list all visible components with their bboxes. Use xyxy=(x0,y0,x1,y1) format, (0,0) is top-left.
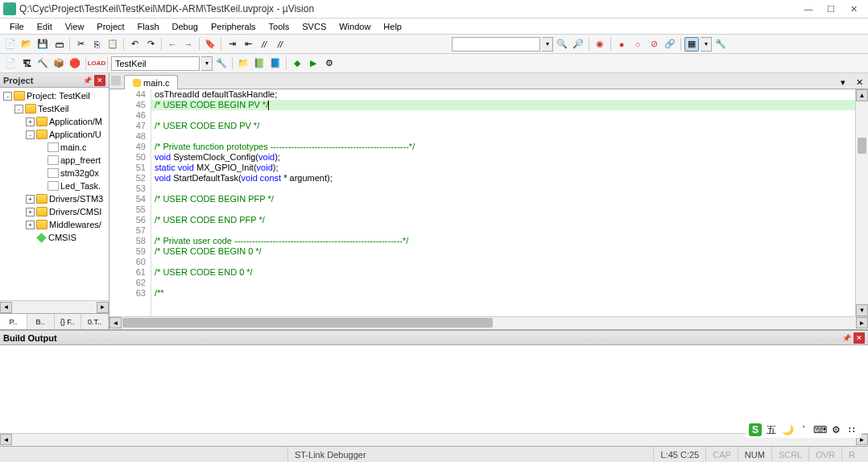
menu-peripherals[interactable]: Peripherals xyxy=(205,20,262,33)
run-icon[interactable]: ▶ xyxy=(306,56,320,71)
uncomment-icon[interactable]: // xyxy=(273,37,287,52)
debug-icon[interactable]: ◉ xyxy=(593,37,607,52)
save-all-icon[interactable]: 🗃 xyxy=(52,37,66,52)
redo-icon[interactable]: ↷ xyxy=(143,37,158,52)
code-line[interactable]: /* USER CODE BEGIN PFP */ xyxy=(151,194,855,204)
tree-toggle-icon[interactable]: - xyxy=(26,130,35,139)
tab-scroll-icon[interactable] xyxy=(111,76,121,85)
menu-window[interactable]: Window xyxy=(333,20,377,33)
code-line[interactable] xyxy=(151,184,855,194)
rebuild-icon[interactable]: 🔨 xyxy=(35,56,50,71)
scroll-right-icon[interactable]: ► xyxy=(97,302,109,313)
simulator-icon[interactable]: ⚙ xyxy=(322,56,337,71)
scroll-left-icon[interactable]: ◄ xyxy=(0,302,12,313)
code-line[interactable]: /* USER CODE BEGIN 0 */ xyxy=(151,246,855,257)
close-panel-icon[interactable]: ✕ xyxy=(854,332,865,344)
tree-target[interactable]: -TestKeil xyxy=(0,102,109,115)
tree-toggle-icon[interactable]: + xyxy=(26,208,35,217)
build-icon[interactable]: 🏗 xyxy=(19,56,34,71)
code-editor[interactable]: 4445464748495051525354555657585960616263… xyxy=(110,89,868,316)
disable-bp-icon[interactable]: ○ xyxy=(630,37,645,52)
menu-file[interactable]: File xyxy=(3,20,31,33)
scroll-thumb[interactable] xyxy=(858,138,866,154)
close-panel-icon[interactable]: ✕ xyxy=(94,75,105,86)
manage-rtenv-icon[interactable]: 📗 xyxy=(252,56,267,71)
menu-view[interactable]: View xyxy=(59,20,91,33)
breakpoint-icon[interactable]: ● xyxy=(614,37,629,52)
menu-svcs[interactable]: SVCS xyxy=(296,20,333,33)
back-icon[interactable]: ← xyxy=(165,37,180,52)
panel-tab[interactable]: P.. xyxy=(0,314,27,329)
menu-edit[interactable]: Edit xyxy=(31,20,59,33)
tree-group[interactable]: +Drivers/STM3 xyxy=(0,192,109,205)
ime-keyboard-icon[interactable]: ⌨ xyxy=(813,423,826,436)
scroll-left-icon[interactable]: ◄ xyxy=(0,434,12,445)
code-line[interactable]: static void MX_GPIO_Init(void); xyxy=(151,163,855,173)
outdent-icon[interactable]: ⇤ xyxy=(241,37,255,52)
pin-icon[interactable]: 📌 xyxy=(81,75,93,86)
configure-icon[interactable]: 🔧 xyxy=(713,37,728,52)
build-output-body[interactable] xyxy=(0,345,868,433)
code-line[interactable]: /** xyxy=(151,288,855,299)
file-tab-main-c[interactable]: main.c xyxy=(124,75,178,89)
copy-icon[interactable]: ⎘ xyxy=(89,37,104,52)
minimize-button[interactable]: — xyxy=(797,2,820,16)
code-line[interactable] xyxy=(151,110,855,121)
tree-file[interactable]: Led_Task. xyxy=(0,179,109,192)
code-line[interactable] xyxy=(151,131,855,142)
translate-icon[interactable]: 📄 xyxy=(3,56,18,71)
scroll-down-icon[interactable]: ▼ xyxy=(856,304,868,316)
scroll-up-icon[interactable]: ▲ xyxy=(856,89,868,101)
panel-tab[interactable]: B.. xyxy=(27,314,55,329)
window-dropdown-icon[interactable]: ▾ xyxy=(701,37,712,52)
project-tree[interactable]: -Project: TestKeil-TestKeil+Application/… xyxy=(0,88,109,300)
ime-mode-icon[interactable]: 五 xyxy=(765,423,778,436)
code-line[interactable]: /* USER CODE END 0 */ xyxy=(151,267,855,278)
comment-icon[interactable]: // xyxy=(257,37,271,52)
code-line[interactable]: void StartDefaultTask(void const * argum… xyxy=(151,173,855,184)
code-line[interactable]: /* Private user code -------------------… xyxy=(151,236,855,246)
scroll-right-icon[interactable]: ► xyxy=(856,317,868,328)
project-hscroll[interactable]: ◄ ► xyxy=(0,300,109,313)
code-line[interactable]: void SystemClock_Config(void); xyxy=(151,152,855,163)
find-dropdown-icon[interactable]: ▾ xyxy=(542,37,553,52)
menu-project[interactable]: Project xyxy=(90,20,130,33)
tree-group[interactable]: +Middlewares/ xyxy=(0,218,109,231)
select-packs-icon[interactable]: 📘 xyxy=(268,56,283,71)
open-icon[interactable]: 📂 xyxy=(19,37,34,52)
code-line[interactable]: /* USER CODE END PFP */ xyxy=(151,215,855,225)
kill-bp-icon[interactable]: ⊘ xyxy=(647,37,661,52)
tree-file[interactable]: main.c xyxy=(0,141,109,154)
undo-icon[interactable]: ↶ xyxy=(127,37,142,52)
tree-toggle-icon[interactable]: + xyxy=(26,195,35,204)
forward-icon[interactable]: → xyxy=(181,37,196,52)
editor-hscroll[interactable]: ◄ ► xyxy=(110,316,868,329)
tree-toggle-icon[interactable]: - xyxy=(3,92,12,101)
target-dropdown-icon[interactable]: ▾ xyxy=(201,56,213,71)
find-icon[interactable]: 🔍 xyxy=(555,37,569,52)
indent-icon[interactable]: ⇥ xyxy=(225,37,239,52)
ime-punct-icon[interactable]: ’ xyxy=(797,423,810,436)
target-options-icon[interactable]: 🔧 xyxy=(214,56,229,71)
code-line[interactable]: /* USER CODE END PV */ xyxy=(151,121,855,131)
editor-vscroll[interactable]: ▲ ▼ xyxy=(855,89,868,316)
menu-help[interactable]: Help xyxy=(377,20,408,33)
ime-moon-icon[interactable]: 🌙 xyxy=(781,423,794,436)
tree-file[interactable]: app_freert xyxy=(0,154,109,167)
maximize-button[interactable]: ☐ xyxy=(820,2,842,16)
code-line[interactable]: /* USER CODE BEGIN PV */ xyxy=(151,100,855,110)
code-line[interactable] xyxy=(151,204,855,215)
code-line[interactable]: /* Private function prototypes ---------… xyxy=(151,142,855,152)
tree-group[interactable]: -Application/U xyxy=(0,128,109,141)
tree-project-root[interactable]: -Project: TestKeil xyxy=(0,89,109,102)
code-line[interactable] xyxy=(151,278,855,288)
scroll-thumb[interactable] xyxy=(122,318,493,328)
menu-flash[interactable]: Flash xyxy=(131,20,166,33)
build-hscroll[interactable]: ◄ ► xyxy=(0,433,868,446)
save-icon[interactable]: 💾 xyxy=(35,37,50,52)
code-content[interactable]: osThreadId defaultTaskHandle;/* USER COD… xyxy=(151,89,855,316)
code-line[interactable] xyxy=(151,225,855,236)
close-button[interactable]: ✕ xyxy=(842,2,865,16)
code-line[interactable]: osThreadId defaultTaskHandle; xyxy=(151,89,855,100)
window-icon[interactable]: ▦ xyxy=(684,37,699,52)
